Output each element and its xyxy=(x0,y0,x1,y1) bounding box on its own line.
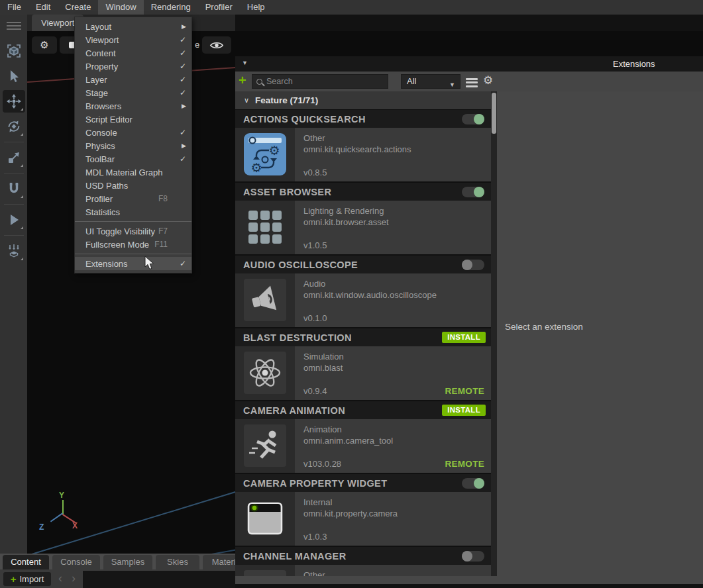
quicksearch-icon: ⚙⚙ xyxy=(244,133,286,175)
menu-item-content[interactable]: Content✓ xyxy=(75,46,191,60)
panel-caret-icon[interactable]: ▼ xyxy=(242,60,248,66)
toolbar-divider xyxy=(4,173,24,173)
feature-section-header[interactable]: ∨ Feature (71/71) xyxy=(235,91,491,109)
snap-tool-button[interactable] xyxy=(3,177,25,200)
menu-item-browsers[interactable]: Browsers▶ xyxy=(75,99,191,113)
extension-card[interactable]: AUDIO OSCILLOSCOPE Audio omni.kit.window… xyxy=(235,256,491,327)
extension-name: BLAST DESTRUCTION xyxy=(243,332,442,343)
filter-dropdown[interactable]: All ▼ xyxy=(401,74,460,89)
tab-skies[interactable]: Skies xyxy=(156,555,199,569)
options-menu-button[interactable] xyxy=(466,76,478,89)
menu-item-stage[interactable]: Stage✓ xyxy=(75,86,191,99)
add-extension-button[interactable]: + xyxy=(239,73,246,88)
menu-separator xyxy=(75,254,191,254)
extension-toggle[interactable] xyxy=(462,478,484,489)
import-button[interactable]: + Import xyxy=(3,572,51,586)
gravity-icon xyxy=(6,243,22,259)
extensions-tab-title[interactable]: Extensions xyxy=(613,56,655,72)
menu-help[interactable]: Help xyxy=(240,0,272,15)
menu-item-profiler[interactable]: ProfilerF8 xyxy=(75,192,191,205)
menu-window[interactable]: Window xyxy=(98,0,143,15)
extension-category: Audio xyxy=(303,278,491,289)
submenu-arrow-icon: ▶ xyxy=(177,142,186,149)
extensions-scrollbar[interactable] xyxy=(491,91,497,576)
menu-item-property[interactable]: Property✓ xyxy=(75,60,191,73)
menu-item-layout[interactable]: Layout▶ xyxy=(75,20,191,33)
move-tool-button[interactable] xyxy=(3,90,25,113)
check-icon: ✓ xyxy=(177,75,186,84)
svg-text:⚙: ⚙ xyxy=(268,144,280,158)
extensions-titlebar[interactable]: ▼ Extensions xyxy=(235,56,703,72)
viewport-settings-button[interactable]: ⚙ xyxy=(32,36,57,54)
check-icon: ✓ xyxy=(177,62,186,71)
select-tool-button[interactable] xyxy=(3,40,25,62)
menu-rendering[interactable]: Rendering xyxy=(144,0,198,15)
menu-separator xyxy=(75,221,191,222)
menu-item-ui-toggle-visibility[interactable]: UI Toggle VisibilityF7 xyxy=(75,224,191,238)
play-button[interactable] xyxy=(3,209,25,231)
search-input[interactable] xyxy=(266,77,372,86)
content-browser-bar: + Import ‹ › xyxy=(0,569,235,588)
menu-item-physics[interactable]: Physics▶ xyxy=(75,139,191,152)
extension-card[interactable]: ASSET BROWSER Lighting & Rendering omni.… xyxy=(235,183,491,254)
camera-name-text[interactable]: e xyxy=(195,40,199,50)
menu-item-console[interactable]: Console✓ xyxy=(75,126,191,139)
menu-item-mdl-material-graph[interactable]: MDL Material Graph xyxy=(75,166,191,179)
extension-card[interactable]: CAMERA PROPERTY WIDGET Internal omni.kit… xyxy=(235,474,491,546)
import-label: Import xyxy=(19,574,44,584)
menu-item-viewport[interactable]: Viewport✓ xyxy=(75,33,191,46)
extension-toggle[interactable] xyxy=(462,260,484,270)
magnet-icon xyxy=(6,181,22,197)
menu-item-extensions[interactable]: Extensions✓ xyxy=(75,257,191,270)
tab-samples[interactable]: Samples xyxy=(103,555,152,569)
scrollbar-thumb[interactable] xyxy=(492,93,496,134)
svg-text:⚙: ⚙ xyxy=(250,161,262,175)
menu-file[interactable]: File xyxy=(0,0,28,15)
extension-name: CAMERA PROPERTY WIDGET xyxy=(243,478,462,489)
settings-gear-icon[interactable]: ⚙ xyxy=(483,74,493,87)
tab-content[interactable]: Content xyxy=(3,555,49,569)
menu-item-fullscreen-mode[interactable]: Fullscreen ModeF11 xyxy=(75,238,191,251)
check-icon: ✓ xyxy=(177,259,186,268)
extension-name: CHANNEL MANAGER xyxy=(243,551,462,562)
extension-version: v1.0.5 xyxy=(303,240,327,250)
physics-tool-button[interactable] xyxy=(3,240,25,262)
extension-version: v1.0.3 xyxy=(303,532,327,542)
back-icon[interactable]: ‹ xyxy=(58,571,62,585)
rotate-tool-button[interactable] xyxy=(3,115,25,138)
menu-item-toolbar[interactable]: ToolBar✓ xyxy=(75,152,191,166)
cursor-tool-button[interactable] xyxy=(3,65,25,87)
menu-profiler[interactable]: Profiler xyxy=(198,0,240,15)
menu-edit[interactable]: Edit xyxy=(28,0,58,15)
forward-icon[interactable]: › xyxy=(72,571,76,585)
extension-name: ASSET BROWSER xyxy=(243,187,462,197)
menu-item-layer[interactable]: Layer✓ xyxy=(75,73,191,86)
extension-category: Other xyxy=(303,569,491,576)
menubar: File Edit Create Window Rendering Profil… xyxy=(0,0,703,15)
extension-card[interactable]: BLAST DESTRUCTION INSTALL Simulation omn… xyxy=(235,328,491,400)
extension-card[interactable]: ACTIONS QUICKSEARCH ⚙⚙ Other omni.kit.qu… xyxy=(235,110,491,181)
extension-card[interactable]: CHANNEL MANAGER Other xyxy=(235,547,491,576)
toolbar-drag-handle-icon[interactable] xyxy=(7,20,21,32)
scale-tool-button[interactable] xyxy=(3,146,25,169)
check-icon: ✓ xyxy=(177,88,186,97)
search-box[interactable] xyxy=(252,74,388,89)
extension-toggle[interactable] xyxy=(462,114,484,124)
install-button[interactable]: INSTALL xyxy=(442,405,486,416)
menu-item-script-editor[interactable]: Script Editor xyxy=(75,113,191,126)
extension-toggle[interactable] xyxy=(462,551,484,562)
grid-icon xyxy=(244,206,286,248)
extension-toggle[interactable] xyxy=(462,187,484,197)
menu-item-usd-paths[interactable]: USD Paths xyxy=(75,179,191,192)
plus-icon: + xyxy=(11,573,17,585)
play-icon xyxy=(6,212,22,228)
menu-item-statistics[interactable]: Statistics xyxy=(75,205,191,219)
extension-card[interactable]: CAMERA ANIMATION INSTALL Animation omni.… xyxy=(235,401,491,473)
tab-console[interactable]: Console xyxy=(52,555,100,569)
install-button[interactable]: INSTALL xyxy=(442,332,486,343)
runner-icon xyxy=(244,424,286,467)
path-field[interactable] xyxy=(83,571,235,588)
extension-category: Other xyxy=(303,132,491,144)
viewport-visibility-button[interactable] xyxy=(202,36,231,54)
menu-create[interactable]: Create xyxy=(58,0,98,15)
